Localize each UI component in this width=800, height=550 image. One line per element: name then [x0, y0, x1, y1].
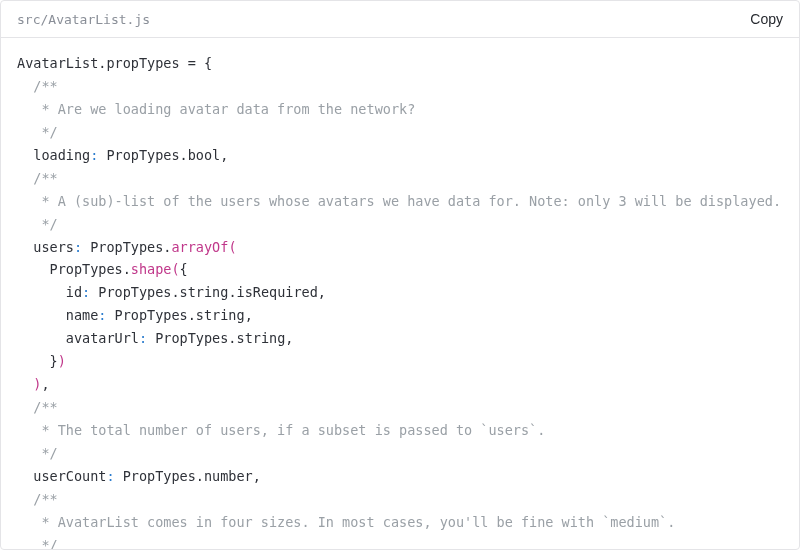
code-token: (: [171, 261, 179, 277]
code-token: string: [237, 330, 286, 346]
code-token: .: [171, 284, 179, 300]
code-token: AvatarList: [17, 55, 98, 71]
code-token: [17, 422, 33, 438]
code-token: PropTypes: [82, 239, 163, 255]
code-token: ,: [285, 330, 293, 346]
code-token: * The total number of users, if a subset…: [33, 422, 545, 438]
code-token: ,: [253, 468, 261, 484]
code-token: [17, 170, 33, 186]
code-token: */: [33, 537, 57, 549]
code-token: ,: [41, 376, 49, 392]
code-token: .: [180, 147, 188, 163]
code-token: /**: [33, 170, 57, 186]
code-token: userCount: [33, 468, 106, 484]
code-token: [17, 193, 33, 209]
code-token: [17, 399, 33, 415]
code-token: PropTypes: [98, 147, 179, 163]
code-token: .: [188, 307, 196, 323]
code-token: [17, 216, 33, 232]
code-token: string: [196, 307, 245, 323]
code-token: name: [66, 307, 99, 323]
code-token: [17, 330, 66, 346]
code-token: [17, 468, 33, 484]
code-token: {: [180, 261, 188, 277]
code-token: * A (sub)-list of the users whose avatar…: [33, 193, 781, 209]
snippet-header: src/AvatarList.js Copy: [1, 1, 799, 38]
code-token: id: [66, 284, 82, 300]
code-token: PropTypes: [115, 468, 196, 484]
code-token: ): [58, 353, 66, 369]
code-token: /**: [33, 78, 57, 94]
code-token: [17, 147, 33, 163]
code-token: {: [204, 55, 212, 71]
code-token: PropTypes: [106, 307, 187, 323]
code-token: [17, 284, 66, 300]
code-token: */: [33, 445, 57, 461]
code-token: [17, 239, 33, 255]
code-token: [17, 101, 33, 117]
code-token: * AvatarList comes in four sizes. In mos…: [33, 514, 675, 530]
code-token: =: [188, 55, 196, 71]
code-token: string: [180, 284, 229, 300]
code-token: [17, 514, 33, 530]
code-token: avatarUrl: [66, 330, 139, 346]
code-token: .: [196, 468, 204, 484]
code-token: arrayOf: [171, 239, 228, 255]
code-token: /**: [33, 491, 57, 507]
code-token: isRequired: [237, 284, 318, 300]
code-token: [17, 537, 33, 549]
code-token: .: [228, 284, 236, 300]
code-token: [196, 55, 204, 71]
code-token: ,: [245, 307, 253, 323]
code-token: loading: [33, 147, 90, 163]
code-token: PropTypes: [17, 261, 123, 277]
code-token: :: [106, 468, 114, 484]
code-token: shape: [131, 261, 172, 277]
code-token: [17, 353, 50, 369]
code-token: */: [33, 216, 57, 232]
code-token: [17, 124, 33, 140]
code-token: * Are we loading avatar data from the ne…: [33, 101, 415, 117]
code-token: propTypes: [106, 55, 179, 71]
code-token: }: [50, 353, 58, 369]
code-token: users: [33, 239, 74, 255]
code-token: :: [139, 330, 147, 346]
code-token: .: [123, 261, 131, 277]
code-token: ,: [318, 284, 326, 300]
code-token: */: [33, 124, 57, 140]
code-token: /**: [33, 399, 57, 415]
code-content: AvatarList.propTypes = { /** * Are we lo…: [17, 52, 783, 549]
code-token: bool: [188, 147, 221, 163]
code-token: :: [82, 284, 90, 300]
code-token: .: [228, 330, 236, 346]
code-token: (: [228, 239, 236, 255]
code-token: [17, 78, 33, 94]
code-token: PropTypes: [90, 284, 171, 300]
copy-button[interactable]: Copy: [750, 11, 783, 27]
code-token: [17, 376, 33, 392]
code-token: :: [74, 239, 82, 255]
code-token: PropTypes: [147, 330, 228, 346]
code-token: number: [204, 468, 253, 484]
code-token: [17, 307, 66, 323]
code-token: [17, 445, 33, 461]
file-path: src/AvatarList.js: [17, 12, 150, 27]
code-area: AvatarList.propTypes = { /** * Are we lo…: [1, 38, 799, 549]
code-token: [17, 491, 33, 507]
code-token: ,: [220, 147, 228, 163]
code-snippet-panel: src/AvatarList.js Copy AvatarList.propTy…: [0, 0, 800, 550]
code-token: [180, 55, 188, 71]
